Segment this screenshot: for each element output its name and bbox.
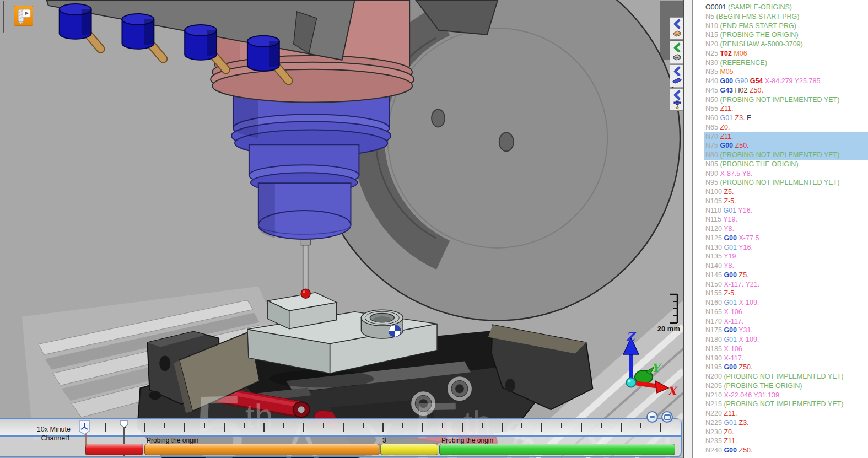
ruler-tick [105, 423, 106, 432]
chevron-left-icon[interactable] [673, 42, 682, 52]
timeline-segment[interactable] [380, 444, 438, 455]
code-line[interactable]: N105 Z-5. [704, 197, 868, 206]
gcode-token: N235 [705, 437, 722, 445]
timeline-segment[interactable] [85, 444, 143, 455]
gcode-token: (PROBING NOT IMPLEMENTED YET) [720, 96, 839, 104]
code-line[interactable]: N125 G00 X-77.5 [704, 234, 868, 243]
gcode-token: N190 [705, 354, 722, 362]
panel-divider[interactable] [684, 0, 693, 458]
gcode-token: Y8. [724, 262, 734, 270]
code-line[interactable]: N185 X-106. [704, 344, 868, 354]
chevron-left-icon[interactable] [673, 66, 682, 76]
minus-icon [650, 416, 655, 418]
code-line[interactable]: N155 Z-5. [704, 289, 868, 298]
app-window: 5thA X I S 5thA X I S 20 mm [0, 0, 868, 458]
code-line[interactable]: N200 (PROBING NOT IMPLEMENTED YET) [704, 372, 868, 381]
code-line[interactable]: N120 Y8. [704, 224, 868, 234]
timeline-marker-flag[interactable] [79, 420, 90, 435]
gcode-token: Z-5. [724, 197, 736, 205]
code-line[interactable]: N165 X-106. [704, 308, 868, 317]
code-line[interactable]: N100 Z5. [704, 187, 868, 197]
ruler-tick [263, 423, 265, 432]
stock-box-icon[interactable] [672, 29, 683, 38]
gcode-token: N95 [705, 179, 718, 186]
code-line[interactable]: N220 Z11. [704, 409, 868, 418]
code-line[interactable]: N135 Y19. [704, 252, 868, 261]
code-line[interactable]: N235 Z11. [704, 437, 868, 446]
ruler-tick [541, 423, 542, 432]
code-line[interactable]: N190 X-117. [704, 354, 868, 363]
code-line[interactable]: N140 Y8. [704, 261, 868, 271]
gcode-token: N145 [705, 271, 722, 279]
code-line[interactable]: N150 X-117. Y21. [704, 280, 868, 289]
code-line[interactable]: N75 G00 Z50. [704, 141, 868, 150]
tool-probe-icon[interactable] [672, 100, 683, 109]
code-line[interactable]: N20 (RENISHAW A-5000-3709) [704, 40, 868, 49]
3d-viewport[interactable]: 5thA X I S 5thA X I S 20 mm [0, 0, 684, 458]
code-line[interactable]: N40 G00 G90 G54 X-84.279 Y25.785 [704, 77, 868, 86]
code-line[interactable]: N50 (PROBING NOT IMPLEMENTED YET) [704, 95, 868, 105]
code-line[interactable]: N85 (PROBING THE ORIGIN) [704, 160, 868, 169]
code-line[interactable]: N25 T02 M06 [704, 49, 868, 58]
toolbar-group-tool-probe[interactable] [670, 88, 684, 111]
fixture-bar-icon[interactable] [672, 76, 683, 85]
gcode-token: (RENISHAW A-5000-3709) [720, 40, 802, 48]
toolbar-group-fixture-bar[interactable] [670, 64, 684, 87]
cap-screw [411, 391, 436, 416]
code-line[interactable]: N215 (PROBING NOT IMPLEMENTED YET) [704, 400, 868, 409]
code-line[interactable]: N15 (PROBING THE ORIGIN) [704, 30, 868, 40]
code-line[interactable]: N230 Z0. [704, 428, 868, 437]
gcode-token: N115 [705, 215, 721, 223]
chevron-left-icon[interactable] [673, 19, 682, 29]
code-line[interactable]: N30 (REFERENCE) [704, 58, 868, 68]
code-line[interactable]: N175 G00 Y31. [704, 326, 868, 335]
ruler-tick [581, 423, 582, 432]
timeline-zoom-out-button[interactable] [646, 411, 658, 423]
code-line[interactable]: N160 G01 X-109. [704, 298, 868, 308]
gcode-token: N75 [705, 142, 718, 149]
code-line[interactable]: N115 Y19. [704, 215, 868, 224]
gcode-token: N175 [705, 326, 722, 334]
ruler-tick [402, 423, 403, 428]
code-line[interactable]: N180 G01 X-109. [704, 335, 868, 344]
timeline-segment[interactable] [144, 444, 379, 455]
toolbar-group-stock-box[interactable] [670, 17, 684, 40]
timeline-zoom-fit-button[interactable] [661, 411, 673, 423]
code-line[interactable]: N80 (PROBING NOT IMPLEMENTED YET) [704, 150, 868, 160]
code-line[interactable]: N210 X-22.046 Y31.139 [704, 391, 868, 400]
code-line[interactable]: N110 G01 Y16. [704, 206, 868, 215]
gray-box-icon[interactable] [672, 52, 683, 62]
code-line[interactable]: N5 (BEGIN FMS START-PRG) [704, 12, 868, 21]
code-line[interactable]: N55 Z11. [704, 104, 868, 114]
code-line[interactable]: N65 Z0. [704, 123, 868, 132]
timeline-segment[interactable] [439, 444, 675, 455]
axis-x-label: X [667, 384, 676, 398]
code-line[interactable]: N195 G00 Z50. [704, 363, 868, 372]
ruler-tick [660, 423, 661, 432]
code-line[interactable]: N70 Z11. [704, 132, 868, 142]
code-line[interactable]: N145 G00 Z5. [704, 271, 868, 280]
gcode-token: Y16. [738, 207, 752, 214]
code-line[interactable]: N205 (PROBING THE ORIGIN) [704, 381, 868, 391]
code-line[interactable]: N60 G01 Z3. F [704, 114, 868, 123]
toolbar-group-gray-box[interactable] [670, 41, 684, 63]
code-line[interactable]: N130 G01 Y16. [704, 243, 868, 252]
code-line[interactable]: N225 G01 Z3. [704, 418, 868, 428]
code-line[interactable]: N10 (END FMS START-PRG) [704, 21, 868, 31]
gcode-token: N55 [705, 105, 718, 112]
code-line[interactable]: N45 G43 H02 Z50. [704, 86, 868, 95]
simulate-play-button[interactable] [14, 6, 33, 26]
gcode-token: X-106. [724, 308, 744, 316]
code-line[interactable]: N90 X-87.5 Y8. [704, 169, 868, 179]
timeline-ruler[interactable] [0, 419, 681, 437]
timeline[interactable]: 10x Minute Channel1 Probing the origin3P… [0, 418, 682, 457]
code-line[interactable]: N35 M05 [704, 67, 868, 77]
code-line[interactable]: N240 G00 Z50. [704, 446, 868, 455]
gcode-token: G01 [724, 244, 737, 251]
code-line[interactable]: N95 (PROBING NOT IMPLEMENTED YET) [704, 178, 868, 187]
chevron-left-icon[interactable] [673, 90, 682, 100]
gcode-token: N225 [705, 419, 722, 427]
gcode-token: N170 [705, 317, 722, 325]
code-line[interactable]: N170 X-117. [704, 317, 868, 326]
code-line[interactable]: O0001 (SAMPLE-ORIGINS) [704, 3, 868, 12]
